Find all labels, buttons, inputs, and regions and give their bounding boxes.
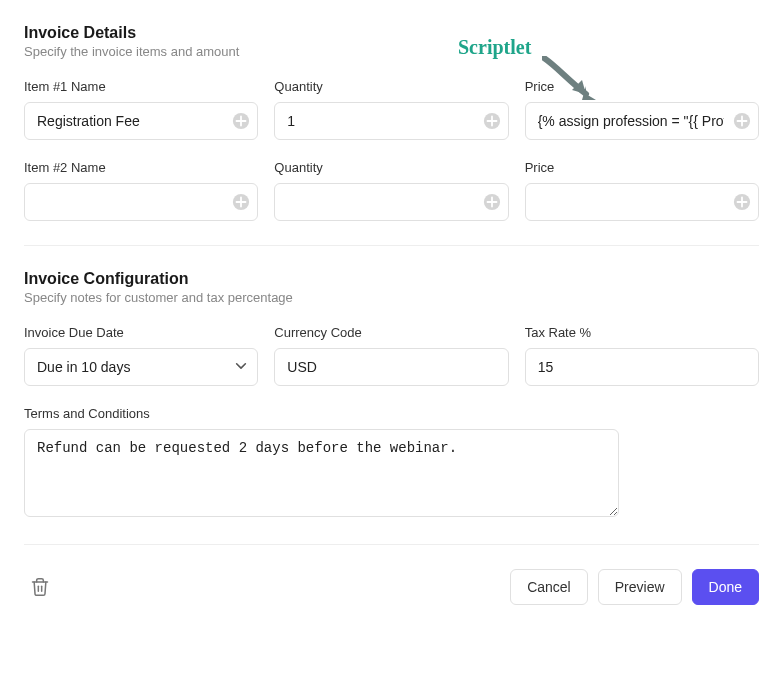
invoice-config-subtitle: Specify notes for customer and tax perce… [24, 290, 759, 305]
currency-label: Currency Code [274, 325, 508, 340]
item1-price-input[interactable] [525, 102, 759, 140]
item1-qty-input[interactable] [274, 102, 508, 140]
item2-qty-label: Quantity [274, 160, 508, 175]
item1-name-input[interactable] [24, 102, 258, 140]
item2-qty-input[interactable] [274, 183, 508, 221]
item2-price-label: Price [525, 160, 759, 175]
due-date-select[interactable]: Due in 10 days [24, 348, 258, 386]
item2-name-input[interactable] [24, 183, 258, 221]
preview-button[interactable]: Preview [598, 569, 682, 605]
terms-label: Terms and Conditions [24, 406, 759, 421]
invoice-details-title: Invoice Details [24, 24, 759, 42]
item2-name-label: Item #2 Name [24, 160, 258, 175]
cancel-button[interactable]: Cancel [510, 569, 588, 605]
due-date-label: Invoice Due Date [24, 325, 258, 340]
item1-qty-label: Quantity [274, 79, 508, 94]
terms-textarea[interactable] [24, 429, 619, 517]
item-row-1: Item #1 Name Quantity Price [24, 79, 759, 140]
item2-price-input[interactable] [525, 183, 759, 221]
tax-rate-label: Tax Rate % [525, 325, 759, 340]
section-divider [24, 245, 759, 246]
invoice-details-subtitle: Specify the invoice items and amount [24, 44, 759, 59]
item-row-2: Item #2 Name Quantity Price [24, 160, 759, 221]
trash-icon [30, 577, 50, 597]
done-button[interactable]: Done [692, 569, 759, 605]
item1-price-label: Price [525, 79, 759, 94]
invoice-config-title: Invoice Configuration [24, 270, 759, 288]
section-divider [24, 544, 759, 545]
delete-button[interactable] [24, 571, 56, 603]
tax-rate-input[interactable] [525, 348, 759, 386]
item1-name-label: Item #1 Name [24, 79, 258, 94]
currency-input[interactable] [274, 348, 508, 386]
